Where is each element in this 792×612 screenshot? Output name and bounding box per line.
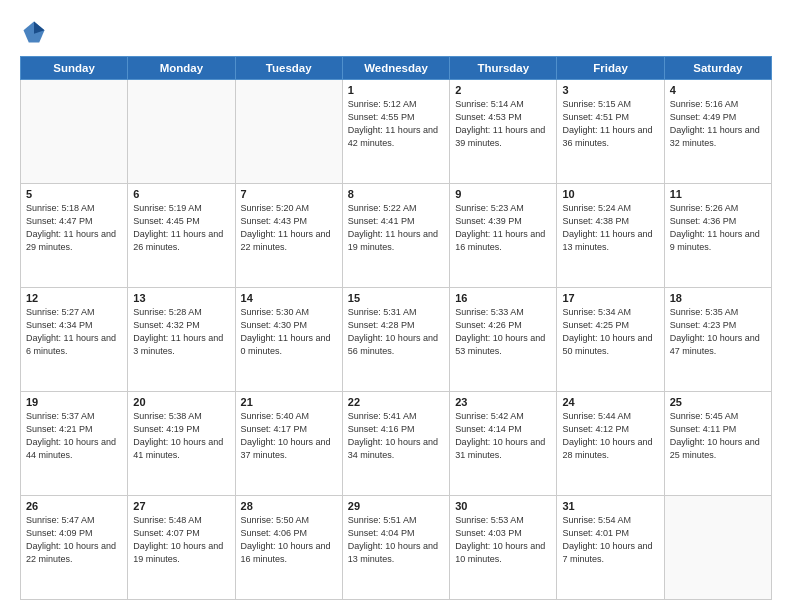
day-info: Sunrise: 5:31 AM Sunset: 4:28 PM Dayligh… bbox=[348, 306, 444, 358]
calendar-header: SundayMondayTuesdayWednesdayThursdayFrid… bbox=[21, 57, 772, 80]
day-number: 11 bbox=[670, 188, 766, 200]
day-number: 3 bbox=[562, 84, 658, 96]
page: SundayMondayTuesdayWednesdayThursdayFrid… bbox=[0, 0, 792, 612]
calendar-cell bbox=[235, 80, 342, 184]
day-number: 25 bbox=[670, 396, 766, 408]
calendar-cell: 8Sunrise: 5:22 AM Sunset: 4:41 PM Daylig… bbox=[342, 184, 449, 288]
calendar-cell: 22Sunrise: 5:41 AM Sunset: 4:16 PM Dayli… bbox=[342, 392, 449, 496]
day-number: 7 bbox=[241, 188, 337, 200]
day-info: Sunrise: 5:24 AM Sunset: 4:38 PM Dayligh… bbox=[562, 202, 658, 254]
day-number: 31 bbox=[562, 500, 658, 512]
calendar-cell: 26Sunrise: 5:47 AM Sunset: 4:09 PM Dayli… bbox=[21, 496, 128, 600]
day-number: 26 bbox=[26, 500, 122, 512]
weekday-header-friday: Friday bbox=[557, 57, 664, 80]
day-number: 21 bbox=[241, 396, 337, 408]
day-number: 29 bbox=[348, 500, 444, 512]
day-number: 15 bbox=[348, 292, 444, 304]
day-info: Sunrise: 5:22 AM Sunset: 4:41 PM Dayligh… bbox=[348, 202, 444, 254]
day-info: Sunrise: 5:38 AM Sunset: 4:19 PM Dayligh… bbox=[133, 410, 229, 462]
calendar-cell: 31Sunrise: 5:54 AM Sunset: 4:01 PM Dayli… bbox=[557, 496, 664, 600]
calendar-cell: 5Sunrise: 5:18 AM Sunset: 4:47 PM Daylig… bbox=[21, 184, 128, 288]
day-number: 16 bbox=[455, 292, 551, 304]
day-number: 28 bbox=[241, 500, 337, 512]
day-number: 23 bbox=[455, 396, 551, 408]
day-info: Sunrise: 5:44 AM Sunset: 4:12 PM Dayligh… bbox=[562, 410, 658, 462]
day-number: 8 bbox=[348, 188, 444, 200]
weekday-header-monday: Monday bbox=[128, 57, 235, 80]
day-number: 24 bbox=[562, 396, 658, 408]
calendar-cell: 7Sunrise: 5:20 AM Sunset: 4:43 PM Daylig… bbox=[235, 184, 342, 288]
calendar-cell: 19Sunrise: 5:37 AM Sunset: 4:21 PM Dayli… bbox=[21, 392, 128, 496]
day-number: 2 bbox=[455, 84, 551, 96]
day-info: Sunrise: 5:23 AM Sunset: 4:39 PM Dayligh… bbox=[455, 202, 551, 254]
day-number: 18 bbox=[670, 292, 766, 304]
day-number: 20 bbox=[133, 396, 229, 408]
calendar-cell: 17Sunrise: 5:34 AM Sunset: 4:25 PM Dayli… bbox=[557, 288, 664, 392]
calendar-cell: 10Sunrise: 5:24 AM Sunset: 4:38 PM Dayli… bbox=[557, 184, 664, 288]
week-row-4: 26Sunrise: 5:47 AM Sunset: 4:09 PM Dayli… bbox=[21, 496, 772, 600]
day-info: Sunrise: 5:15 AM Sunset: 4:51 PM Dayligh… bbox=[562, 98, 658, 150]
day-number: 13 bbox=[133, 292, 229, 304]
day-info: Sunrise: 5:19 AM Sunset: 4:45 PM Dayligh… bbox=[133, 202, 229, 254]
day-info: Sunrise: 5:53 AM Sunset: 4:03 PM Dayligh… bbox=[455, 514, 551, 566]
day-number: 19 bbox=[26, 396, 122, 408]
day-info: Sunrise: 5:33 AM Sunset: 4:26 PM Dayligh… bbox=[455, 306, 551, 358]
calendar-cell: 4Sunrise: 5:16 AM Sunset: 4:49 PM Daylig… bbox=[664, 80, 771, 184]
calendar-cell: 9Sunrise: 5:23 AM Sunset: 4:39 PM Daylig… bbox=[450, 184, 557, 288]
logo bbox=[20, 18, 52, 46]
day-number: 30 bbox=[455, 500, 551, 512]
weekday-header-thursday: Thursday bbox=[450, 57, 557, 80]
day-info: Sunrise: 5:40 AM Sunset: 4:17 PM Dayligh… bbox=[241, 410, 337, 462]
calendar-cell: 20Sunrise: 5:38 AM Sunset: 4:19 PM Dayli… bbox=[128, 392, 235, 496]
day-number: 17 bbox=[562, 292, 658, 304]
calendar-cell: 24Sunrise: 5:44 AM Sunset: 4:12 PM Dayli… bbox=[557, 392, 664, 496]
day-info: Sunrise: 5:35 AM Sunset: 4:23 PM Dayligh… bbox=[670, 306, 766, 358]
day-number: 12 bbox=[26, 292, 122, 304]
day-number: 1 bbox=[348, 84, 444, 96]
calendar-cell bbox=[128, 80, 235, 184]
day-info: Sunrise: 5:45 AM Sunset: 4:11 PM Dayligh… bbox=[670, 410, 766, 462]
day-info: Sunrise: 5:41 AM Sunset: 4:16 PM Dayligh… bbox=[348, 410, 444, 462]
day-info: Sunrise: 5:28 AM Sunset: 4:32 PM Dayligh… bbox=[133, 306, 229, 358]
day-info: Sunrise: 5:20 AM Sunset: 4:43 PM Dayligh… bbox=[241, 202, 337, 254]
calendar-cell: 15Sunrise: 5:31 AM Sunset: 4:28 PM Dayli… bbox=[342, 288, 449, 392]
calendar-cell bbox=[21, 80, 128, 184]
calendar-cell: 1Sunrise: 5:12 AM Sunset: 4:55 PM Daylig… bbox=[342, 80, 449, 184]
weekday-header-saturday: Saturday bbox=[664, 57, 771, 80]
calendar-cell: 27Sunrise: 5:48 AM Sunset: 4:07 PM Dayli… bbox=[128, 496, 235, 600]
header bbox=[20, 18, 772, 46]
day-info: Sunrise: 5:50 AM Sunset: 4:06 PM Dayligh… bbox=[241, 514, 337, 566]
week-row-3: 19Sunrise: 5:37 AM Sunset: 4:21 PM Dayli… bbox=[21, 392, 772, 496]
day-info: Sunrise: 5:26 AM Sunset: 4:36 PM Dayligh… bbox=[670, 202, 766, 254]
day-info: Sunrise: 5:27 AM Sunset: 4:34 PM Dayligh… bbox=[26, 306, 122, 358]
weekday-header-sunday: Sunday bbox=[21, 57, 128, 80]
calendar-cell: 28Sunrise: 5:50 AM Sunset: 4:06 PM Dayli… bbox=[235, 496, 342, 600]
calendar-cell: 12Sunrise: 5:27 AM Sunset: 4:34 PM Dayli… bbox=[21, 288, 128, 392]
calendar-cell: 6Sunrise: 5:19 AM Sunset: 4:45 PM Daylig… bbox=[128, 184, 235, 288]
day-info: Sunrise: 5:14 AM Sunset: 4:53 PM Dayligh… bbox=[455, 98, 551, 150]
calendar-cell: 11Sunrise: 5:26 AM Sunset: 4:36 PM Dayli… bbox=[664, 184, 771, 288]
day-number: 9 bbox=[455, 188, 551, 200]
day-info: Sunrise: 5:48 AM Sunset: 4:07 PM Dayligh… bbox=[133, 514, 229, 566]
weekday-header-wednesday: Wednesday bbox=[342, 57, 449, 80]
day-info: Sunrise: 5:30 AM Sunset: 4:30 PM Dayligh… bbox=[241, 306, 337, 358]
day-info: Sunrise: 5:42 AM Sunset: 4:14 PM Dayligh… bbox=[455, 410, 551, 462]
week-row-2: 12Sunrise: 5:27 AM Sunset: 4:34 PM Dayli… bbox=[21, 288, 772, 392]
day-number: 10 bbox=[562, 188, 658, 200]
day-info: Sunrise: 5:47 AM Sunset: 4:09 PM Dayligh… bbox=[26, 514, 122, 566]
calendar-cell: 13Sunrise: 5:28 AM Sunset: 4:32 PM Dayli… bbox=[128, 288, 235, 392]
day-number: 4 bbox=[670, 84, 766, 96]
day-number: 22 bbox=[348, 396, 444, 408]
calendar-cell bbox=[664, 496, 771, 600]
weekday-header-row: SundayMondayTuesdayWednesdayThursdayFrid… bbox=[21, 57, 772, 80]
day-info: Sunrise: 5:16 AM Sunset: 4:49 PM Dayligh… bbox=[670, 98, 766, 150]
day-info: Sunrise: 5:51 AM Sunset: 4:04 PM Dayligh… bbox=[348, 514, 444, 566]
calendar-cell: 30Sunrise: 5:53 AM Sunset: 4:03 PM Dayli… bbox=[450, 496, 557, 600]
calendar-cell: 2Sunrise: 5:14 AM Sunset: 4:53 PM Daylig… bbox=[450, 80, 557, 184]
day-info: Sunrise: 5:12 AM Sunset: 4:55 PM Dayligh… bbox=[348, 98, 444, 150]
week-row-1: 5Sunrise: 5:18 AM Sunset: 4:47 PM Daylig… bbox=[21, 184, 772, 288]
day-number: 6 bbox=[133, 188, 229, 200]
calendar-cell: 23Sunrise: 5:42 AM Sunset: 4:14 PM Dayli… bbox=[450, 392, 557, 496]
calendar-cell: 21Sunrise: 5:40 AM Sunset: 4:17 PM Dayli… bbox=[235, 392, 342, 496]
day-number: 5 bbox=[26, 188, 122, 200]
